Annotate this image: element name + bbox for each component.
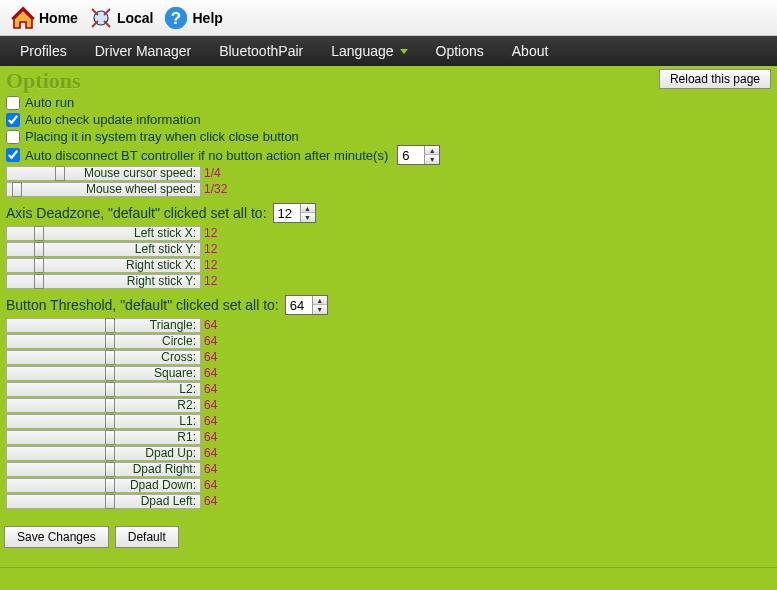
stepper-down-icon[interactable]: ▼ xyxy=(313,305,327,314)
axis-heading: Axis Deadzone, "default" clicked set all… xyxy=(6,197,771,225)
auto-disconnect-checkbox[interactable] xyxy=(6,148,20,162)
threshold-4-slider[interactable]: L2: xyxy=(6,382,201,397)
mouse-wheel-label: Mouse wheel speed: xyxy=(86,182,196,196)
threshold-4-label: L2: xyxy=(179,382,196,396)
threshold-9-slider[interactable]: Dpad Right: xyxy=(6,462,201,477)
axis-1-value: 12 xyxy=(204,242,217,256)
footer-divider xyxy=(0,567,777,568)
threshold-heading-text: Button Threshold, "default" clicked set … xyxy=(6,297,279,313)
mouse-cursor-slider[interactable]: Mouse cursor speed: xyxy=(6,166,201,181)
home-label: Home xyxy=(39,10,78,26)
threshold-1-slider-thumb[interactable] xyxy=(105,334,115,349)
threshold-8-slider[interactable]: Dpad Up: xyxy=(6,446,201,461)
threshold-4-slider-thumb[interactable] xyxy=(105,382,115,397)
home-link[interactable]: Home xyxy=(6,3,82,33)
help-icon: ? xyxy=(163,5,189,31)
disconnect-minutes-stepper[interactable]: ▲▼ xyxy=(397,145,440,165)
threshold-all-input[interactable] xyxy=(290,298,312,313)
threshold-11-slider[interactable]: Dpad Left: xyxy=(6,494,201,509)
axis-2-label: Right stick X: xyxy=(126,258,196,272)
threshold-2-slider-thumb[interactable] xyxy=(105,350,115,365)
threshold-9-slider-thumb[interactable] xyxy=(105,462,115,477)
reload-button[interactable]: Reload this page xyxy=(659,69,771,89)
menu-language[interactable]: Language xyxy=(317,37,421,65)
menu-bluetooth-pair[interactable]: BluetoothPair xyxy=(205,37,317,65)
threshold-6-slider[interactable]: L1: xyxy=(6,414,201,429)
axis-2-slider-thumb[interactable] xyxy=(34,258,44,273)
threshold-3-value: 64 xyxy=(204,366,217,380)
threshold-5-slider[interactable]: R2: xyxy=(6,398,201,413)
threshold-1-value: 64 xyxy=(204,334,217,348)
axis-0-value: 12 xyxy=(204,226,217,240)
threshold-0-label: Triangle: xyxy=(150,318,196,332)
threshold-7-value: 64 xyxy=(204,430,217,444)
help-label: Help xyxy=(192,10,222,26)
threshold-10-slider[interactable]: Dpad Down: xyxy=(6,478,201,493)
axis-1-slider-thumb[interactable] xyxy=(34,242,44,257)
threshold-5-label: R2: xyxy=(177,398,196,412)
axis-0-slider[interactable]: Left stick X: xyxy=(6,226,201,241)
stepper-down-icon[interactable]: ▼ xyxy=(301,213,315,222)
threshold-1-slider[interactable]: Circle: xyxy=(6,334,201,349)
axis-0-slider-thumb[interactable] xyxy=(34,226,44,241)
svg-text:?: ? xyxy=(171,9,181,28)
mouse-wheel-slider[interactable]: Mouse wheel speed: xyxy=(6,182,201,197)
threshold-7-slider[interactable]: R1: xyxy=(6,430,201,445)
home-icon xyxy=(10,5,36,31)
save-button[interactable]: Save Changes xyxy=(4,526,109,548)
stepper-down-icon[interactable]: ▼ xyxy=(425,155,439,164)
local-icon xyxy=(88,5,114,31)
top-toolbar: Home Local ? Help xyxy=(0,0,777,36)
threshold-10-label: Dpad Down: xyxy=(130,478,196,492)
threshold-1-label: Circle: xyxy=(162,334,196,348)
threshold-0-slider[interactable]: Triangle: xyxy=(6,318,201,333)
threshold-8-slider-thumb[interactable] xyxy=(105,446,115,461)
local-link[interactable]: Local xyxy=(84,3,158,33)
axis-3-slider[interactable]: Right stick Y: xyxy=(6,274,201,289)
threshold-10-slider-thumb[interactable] xyxy=(105,478,115,493)
threshold-2-slider[interactable]: Cross: xyxy=(6,350,201,365)
threshold-3-slider-thumb[interactable] xyxy=(105,366,115,381)
threshold-5-value: 64 xyxy=(204,398,217,412)
default-button[interactable]: Default xyxy=(115,526,179,548)
threshold-6-value: 64 xyxy=(204,414,217,428)
threshold-3-slider[interactable]: Square: xyxy=(6,366,201,381)
auto-disconnect-label: Auto disconnect BT controller if no butt… xyxy=(25,147,388,164)
threshold-6-slider-thumb[interactable] xyxy=(105,414,115,429)
mouse-wheel-value: 1/32 xyxy=(204,182,227,196)
threshold-7-label: R1: xyxy=(177,430,196,444)
menu-about[interactable]: About xyxy=(498,37,563,65)
threshold-heading: Button Threshold, "default" clicked set … xyxy=(6,289,771,317)
mouse-wheel-slider-thumb[interactable] xyxy=(12,182,22,197)
menu-profiles[interactable]: Profiles xyxy=(6,37,81,65)
threshold-7-slider-thumb[interactable] xyxy=(105,430,115,445)
threshold-5-slider-thumb[interactable] xyxy=(105,398,115,413)
footer-buttons: Save Changes Default xyxy=(4,526,179,548)
menu-driver-manager[interactable]: Driver Manager xyxy=(81,37,205,65)
menu-options[interactable]: Options xyxy=(422,37,498,65)
mouse-cursor-slider-thumb[interactable] xyxy=(55,166,65,181)
threshold-11-value: 64 xyxy=(204,494,217,508)
sys-tray-checkbox[interactable] xyxy=(6,130,20,144)
threshold-all-stepper[interactable]: ▲▼ xyxy=(285,295,328,315)
auto-run-checkbox[interactable] xyxy=(6,96,20,110)
stepper-up-icon[interactable]: ▲ xyxy=(301,204,315,213)
threshold-11-slider-thumb[interactable] xyxy=(105,494,115,509)
help-link[interactable]: ? Help xyxy=(159,3,226,33)
axis-1-slider[interactable]: Left stick Y: xyxy=(6,242,201,257)
threshold-0-slider-thumb[interactable] xyxy=(105,318,115,333)
disconnect-minutes-input[interactable] xyxy=(402,148,424,163)
sys-tray-label: Placing it in system tray when click clo… xyxy=(25,128,299,145)
threshold-2-value: 64 xyxy=(204,350,217,364)
stepper-up-icon[interactable]: ▲ xyxy=(425,146,439,155)
local-label: Local xyxy=(117,10,154,26)
auto-update-checkbox[interactable] xyxy=(6,113,20,127)
axis-all-stepper[interactable]: ▲▼ xyxy=(273,203,316,223)
threshold-9-value: 64 xyxy=(204,462,217,476)
axis-all-input[interactable] xyxy=(278,206,300,221)
axis-3-slider-thumb[interactable] xyxy=(34,274,44,289)
axis-1-label: Left stick Y: xyxy=(135,242,196,256)
axis-2-slider[interactable]: Right stick X: xyxy=(6,258,201,273)
stepper-up-icon[interactable]: ▲ xyxy=(313,296,327,305)
axis-3-value: 12 xyxy=(204,274,217,288)
